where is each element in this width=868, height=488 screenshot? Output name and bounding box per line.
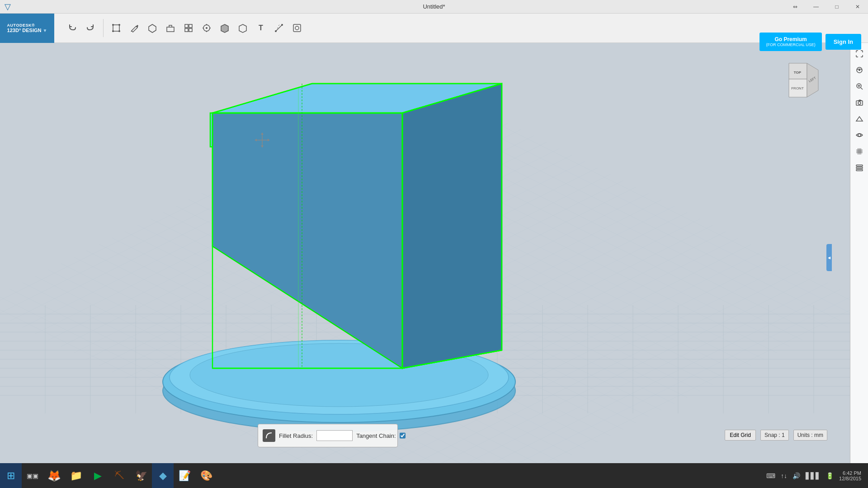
right-tools-panel [850, 43, 868, 472]
svg-rect-104 [856, 169, 863, 171]
logo-dropdown-arrow[interactable]: ▼ [43, 28, 47, 33]
snap-info: Snap : 1 [760, 430, 789, 441]
edit-grid-btn[interactable]: Edit Grid [725, 430, 756, 441]
media-player-btn[interactable]: ▶ [87, 463, 108, 488]
logo-line2: 123D° DESIGN [7, 28, 42, 33]
measure-btn[interactable] [271, 20, 287, 36]
sign-in-btn[interactable]: Sign In [826, 34, 861, 50]
network-icon: ↑↓ [781, 472, 787, 479]
fillet-toolbar: Fillet Radius: Tangent Chain: [258, 424, 398, 447]
undo-btn[interactable] [64, 20, 80, 36]
collapse-icon: ◀ [828, 256, 830, 260]
svg-rect-102 [856, 165, 863, 166]
minecraft-icon: ⛏ [114, 470, 124, 482]
pattern-btn[interactable] [180, 20, 197, 36]
task-view-btn[interactable]: ▣▣ [22, 463, 43, 488]
minimize-btn[interactable]: — [806, 0, 826, 14]
grid-controls: Edit Grid Snap : 1 Units : mm [725, 430, 827, 441]
units-info: Units : mm [793, 430, 827, 441]
minecraft-btn[interactable]: ⛏ [108, 463, 130, 488]
svg-point-2 [118, 24, 120, 26]
svg-point-19 [295, 26, 299, 30]
tangent-chain-checkbox[interactable] [400, 432, 406, 440]
visibility-btn[interactable] [852, 128, 867, 142]
svg-point-87 [859, 69, 860, 71]
svg-marker-93 [858, 100, 862, 101]
primitives-btn[interactable] [144, 20, 160, 36]
svg-point-11 [206, 27, 208, 29]
perspective-btn[interactable] [852, 112, 867, 126]
media-icon: ▶ [94, 470, 102, 482]
svg-point-16 [275, 30, 277, 32]
maximize-btn[interactable]: □ [826, 0, 847, 14]
notes-btn[interactable]: 📝 [174, 463, 195, 488]
premium-area: Go Premium (FOR COMMERCIAL USE) Sign In [760, 27, 868, 56]
svg-line-89 [861, 88, 863, 89]
main-toolbar: AUTODESK® 123D° DESIGN ▼ T [0, 14, 868, 43]
battery-icon: 🔋 [826, 472, 834, 479]
svg-point-3 [112, 30, 114, 32]
import-btn[interactable] [289, 20, 305, 36]
svg-rect-9 [189, 28, 192, 32]
premium-sublabel: (FOR COMMERCIAL USE) [766, 42, 815, 47]
active-app-icon: ◆ [159, 470, 167, 482]
svg-rect-18 [293, 24, 301, 32]
viewport[interactable]: TOP FRONT LEFT Edit Grid Snap : 1 Units … [0, 43, 850, 472]
paint-btn[interactable]: 🎨 [195, 463, 217, 488]
window-controls: ⇔ — □ ✕ [785, 0, 868, 14]
svg-rect-5 [167, 27, 174, 32]
svg-rect-8 [185, 28, 188, 32]
system-tray: ⌨ ↑↓ 🔊 ▋▋▋ 🔋 6:42 PM 12/8/2015 [766, 463, 868, 488]
window-title: Untitled* [423, 3, 445, 10]
tangent-chain-label: Tangent Chain: [356, 432, 396, 439]
text-btn[interactable]: T [253, 20, 269, 36]
close-btn[interactable]: ✕ [847, 0, 868, 14]
logo-line1: AUTODESK® [7, 23, 35, 28]
active-app-btn[interactable]: ◆ [152, 463, 174, 488]
snap-btn[interactable] [198, 20, 215, 36]
fillet-icon [263, 429, 275, 442]
title-bar: ▽ Untitled* ⇔ — □ ✕ [0, 0, 868, 14]
svg-rect-6 [185, 24, 188, 28]
solid-btn[interactable] [217, 20, 233, 36]
signal-icon: ▋▋▋ [806, 472, 821, 479]
sketch-btn[interactable] [126, 20, 142, 36]
modify-btn[interactable] [162, 20, 179, 36]
svg-rect-103 [856, 167, 863, 169]
smart-scale-btn[interactable] [108, 20, 124, 36]
restore-btn[interactable]: ⇔ [785, 0, 806, 14]
eagle-icon: 🦅 [135, 470, 147, 482]
time-display: 6:42 PM [843, 470, 861, 476]
fillet-radius-label: Fillet Radius: [279, 432, 313, 439]
browser-icon: 🦊 [47, 469, 61, 482]
premium-label: Go Premium [774, 36, 807, 42]
keyboard-icon: ⌨ [766, 472, 775, 479]
file-explorer-btn[interactable]: 📁 [65, 463, 87, 488]
eagle-btn[interactable]: 🦅 [130, 463, 152, 488]
start-menu-btn[interactable]: ⊞ [0, 463, 22, 488]
surface-btn[interactable] [235, 20, 251, 36]
camera-btn[interactable] [852, 95, 867, 110]
object-list-btn[interactable] [852, 160, 867, 175]
svg-marker-58 [402, 84, 502, 368]
fillet-radius-input[interactable] [316, 430, 353, 441]
collapse-panel-tab[interactable]: ◀ [826, 244, 832, 271]
browser-btn[interactable]: 🦊 [43, 463, 65, 488]
logo-area[interactable]: AUTODESK® 123D° DESIGN ▼ [0, 14, 54, 43]
grid-toggle-btn[interactable] [852, 144, 867, 159]
windows-icon: ⊞ [7, 470, 15, 482]
taskbar: ⊞ ▣▣ 🦊 📁 ▶ ⛏ 🦅 ◆ 📝 🎨 ⌨ ↑↓ 🔊 ▋▋▋ [0, 463, 868, 488]
redo-btn[interactable] [82, 20, 99, 36]
go-premium-btn[interactable]: Go Premium (FOR COMMERCIAL USE) [760, 33, 821, 51]
title-bar-left: ▽ [5, 0, 14, 14]
volume-icon: 🔊 [793, 472, 800, 479]
svg-point-17 [281, 24, 283, 26]
sep1 [103, 19, 104, 37]
zoom-btn[interactable] [852, 79, 867, 94]
svg-point-94 [858, 102, 861, 104]
notes-icon: 📝 [179, 470, 191, 482]
svg-point-1 [112, 24, 114, 26]
svg-point-95 [858, 134, 861, 136]
3d-scene: TOP FRONT LEFT [0, 43, 850, 472]
orbit-btn[interactable] [852, 63, 867, 77]
